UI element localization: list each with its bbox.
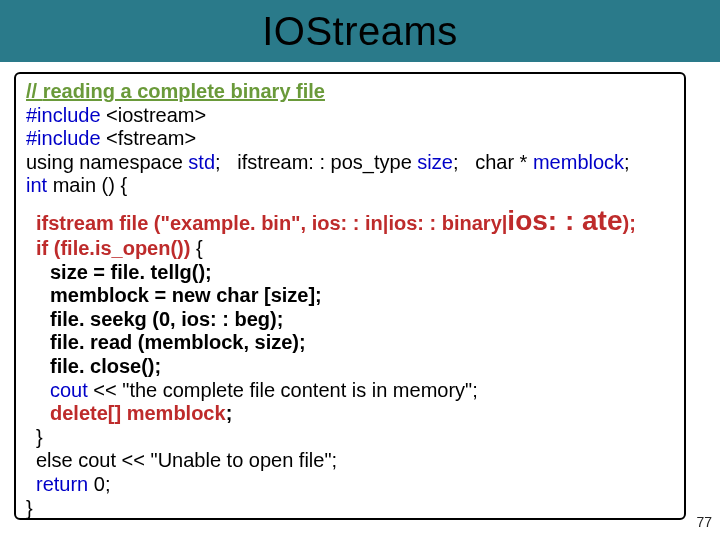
if-cond: if (file.is_open())	[36, 237, 190, 259]
cout-rest: << "the complete file content is in memo…	[88, 379, 478, 401]
else-rest: << "Unable to open file";	[116, 449, 337, 471]
return-line: return 0;	[36, 473, 674, 497]
brace-close-if: }	[36, 426, 674, 450]
return-zero: 0;	[88, 473, 110, 495]
delete-kw: delete[]	[50, 402, 127, 424]
ios-ate: ios: : ate	[507, 205, 622, 236]
slide-title: IOStreams	[262, 9, 458, 54]
kw-int: int	[26, 174, 47, 196]
if-open-line: if (file.is_open()) {	[36, 237, 674, 261]
ifstream-decl: ifstream file ("example. bin", ios: : in…	[36, 212, 507, 234]
ifstream-close: );	[623, 212, 636, 234]
kw-memblock: memblock	[533, 151, 624, 173]
main-sig: int main () {	[26, 174, 674, 198]
keyword-include: #include	[26, 127, 101, 149]
kw-cout: cout	[50, 379, 88, 401]
new-char-line: memblock = new char [size];	[36, 284, 674, 308]
text-char: ; char *	[453, 151, 533, 173]
include-line-2: #include <fstream>	[26, 127, 674, 151]
kw-size: size	[417, 151, 453, 173]
include-target-1: <iostream>	[101, 104, 207, 126]
read-line: file. read (memblock, size);	[36, 331, 674, 355]
brace-close-main: }	[26, 497, 674, 521]
code-box: // reading a complete binary file #inclu…	[14, 72, 686, 520]
main-rest: main () {	[47, 174, 127, 196]
keyword-include: #include	[26, 104, 101, 126]
delete-semi: ;	[226, 402, 233, 424]
text-pos-type: ; ifstream: : pos_type	[215, 151, 417, 173]
include-line-1: #include <iostream>	[26, 104, 674, 128]
text-semi: ;	[624, 151, 630, 173]
title-bar: IOStreams	[0, 0, 720, 62]
close-line: file. close();	[36, 355, 674, 379]
comment-text: reading a complete binary file	[43, 80, 325, 102]
else-text: else cout	[36, 449, 116, 471]
delete-line: delete[] memblock;	[36, 402, 674, 426]
cout-line: cout << "the complete file content is in…	[36, 379, 674, 403]
ifstream-line: ifstream file ("example. bin", ios: : in…	[36, 204, 674, 237]
seekg-line: file. seekg (0, ios: : beg);	[36, 308, 674, 332]
include-target-2: <fstream>	[101, 127, 197, 149]
delete-var: memblock	[127, 402, 226, 424]
tellg-line: size = file. tellg();	[36, 261, 674, 285]
kw-return: return	[36, 473, 88, 495]
decl-line: using namespace std; ifstream: : pos_typ…	[26, 151, 674, 175]
kw-std: std	[188, 151, 215, 173]
comment-slashes: //	[26, 80, 43, 102]
if-brace: {	[190, 237, 202, 259]
page-number: 77	[696, 514, 712, 530]
text-using: using namespace	[26, 151, 188, 173]
code-comment: // reading a complete binary file	[26, 80, 674, 104]
else-line: else cout << "Unable to open file";	[36, 449, 674, 473]
main-body: ifstream file ("example. bin", ios: : in…	[26, 204, 674, 497]
